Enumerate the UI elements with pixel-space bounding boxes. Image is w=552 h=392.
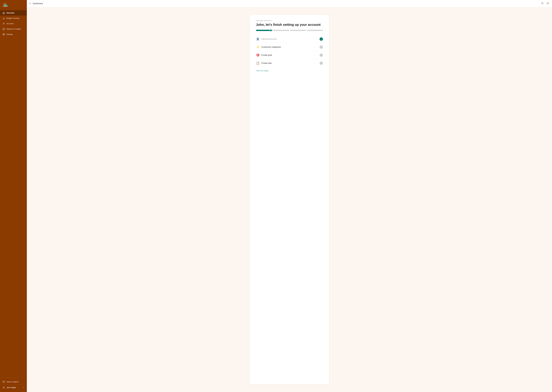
task-label-add-account: Add and account (261, 38, 318, 40)
progress-segment-1: ✓ (256, 30, 272, 31)
sidebar: Overview Budget Tracking Accounts (0, 0, 27, 392)
task-item-add-account[interactable]: 🏦 Add and account ✓ (256, 35, 323, 43)
user-profile-item[interactable]: John Wright (0, 385, 27, 391)
gear-icon (3, 33, 5, 35)
chart-line-icon (3, 28, 5, 30)
chevron-down-icon (22, 386, 24, 389)
task-label-create-goal: Create goal (261, 54, 318, 56)
sidebar-bottom: Help & Support John Wright (0, 378, 27, 392)
widget-section-label: GETTING STARTED (256, 20, 323, 21)
sidebar-nav: Overview Budget Tracking Accounts (0, 9, 27, 378)
task-status-customize (320, 45, 323, 49)
sidebar-item-overview[interactable]: Overview (0, 10, 27, 15)
help-circle-icon (3, 381, 5, 383)
task-label-create-plan: Create plan (261, 62, 318, 64)
progress-segment-2 (273, 30, 289, 31)
topbar-actions (541, 1, 549, 6)
progress-segment-4 (307, 30, 323, 31)
svg-line-15 (543, 4, 543, 4)
check-mark: ✓ (270, 30, 271, 31)
sidebar-item-budget-tracking[interactable]: Budget Tracking (0, 15, 27, 21)
task-item-create-goal[interactable]: 🎯 Create goal (256, 51, 323, 59)
sidebar-item-label-reports: Reports & Insights (6, 28, 21, 30)
app-logo-icon (3, 2, 8, 7)
sidebar-item-label-settings: Settings (6, 33, 13, 35)
svg-point-13 (3, 387, 4, 387)
svg-point-8 (3, 23, 4, 24)
task-status-goal (320, 54, 323, 57)
sidebar-item-reports[interactable]: Reports & Insights (0, 26, 27, 32)
task-status-plan (320, 62, 323, 65)
user-name-label: John Wright (6, 386, 16, 389)
sidebar-item-label-accounts: Accounts (6, 23, 14, 25)
task-check-mark-1: ✓ (321, 38, 322, 40)
getting-started-widget: GETTING STARTED John, let's finish setti… (250, 15, 329, 384)
menu-icon: ≡ (29, 2, 31, 5)
task-item-create-plan[interactable]: 📋 Create plan (256, 59, 323, 67)
topbar: ≡ Dashboard (27, 0, 552, 7)
sidebar-item-accounts[interactable]: Accounts (0, 21, 27, 26)
task-label-customize: Customize categories (261, 46, 318, 48)
sidebar-item-settings[interactable]: Settings (0, 32, 27, 37)
user-avatar-icon (3, 386, 5, 389)
task-emoji-target: 🎯 (256, 54, 260, 57)
help-support-label: Help & Support (6, 381, 19, 383)
help-support-item[interactable]: Help & Support (0, 379, 27, 385)
widget-heading: John, let's finish setting up your accou… (256, 23, 323, 27)
task-emoji-clipboard: 📋 (256, 62, 260, 65)
progress-segment-3 (290, 30, 306, 31)
logo-area (0, 0, 27, 9)
sidebar-item-label-budget: Budget Tracking (6, 17, 19, 19)
chart-bar-icon (3, 17, 5, 19)
search-button[interactable] (541, 1, 544, 6)
progress-bar: ✓ (256, 30, 323, 31)
page-title: Dashboard (33, 2, 43, 5)
sidebar-item-label-overview: Overview (6, 12, 14, 14)
svg-point-10 (3, 34, 4, 35)
main-content: ≡ Dashboard GETTING STARTED John, let's … (27, 0, 552, 392)
task-list: 🏦 Add and account ✓ ✨ Customize categori… (256, 35, 323, 67)
progress-check-icon: ✓ (270, 29, 272, 32)
content-area: GETTING STARTED John, let's finish setti… (27, 7, 552, 392)
task-status-add-account: ✓ (320, 37, 323, 41)
task-emoji-bank: 🏦 (256, 37, 260, 41)
task-item-customize-categories[interactable]: ✨ Customize categories (256, 43, 323, 51)
home-icon (3, 12, 5, 14)
hide-widget-link[interactable]: Hide this widget (256, 70, 269, 72)
notifications-button[interactable] (546, 1, 549, 6)
task-emoji-sparkles: ✨ (256, 45, 260, 49)
person-circle-icon (3, 22, 5, 25)
